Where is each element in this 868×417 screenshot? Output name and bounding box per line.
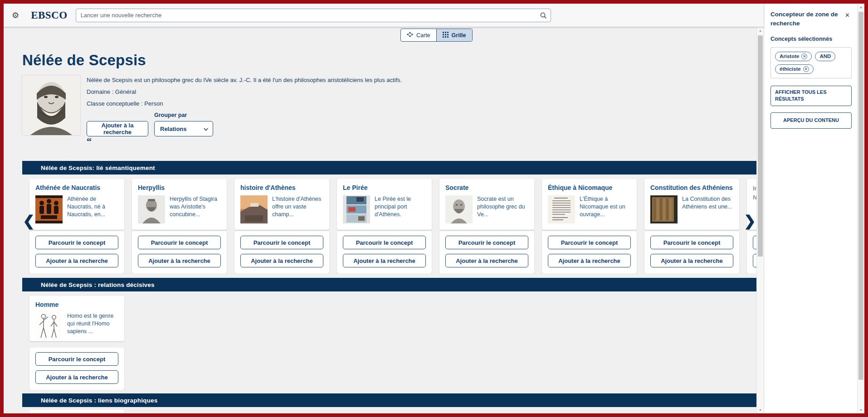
card-actions: Parcourir le conceptAjouter à la recherc… bbox=[29, 348, 124, 390]
panel-scrollbar-thumb[interactable] bbox=[858, 12, 863, 380]
browse-concept-button[interactable] bbox=[753, 236, 756, 249]
card-summary: Constitution des AthéniensLa Constitutio… bbox=[644, 179, 739, 230]
browse-concept-button[interactable]: Parcourir le concept bbox=[35, 352, 118, 366]
browse-concept-button[interactable]: Parcourir le concept bbox=[240, 236, 323, 249]
concept-description: Nélée de Scepsis est un philosophe grec … bbox=[87, 77, 402, 83]
chip-label: Aristote bbox=[780, 53, 799, 59]
concept-card: SocrateSocrate est un philosophe grec du… bbox=[439, 179, 534, 273]
scroll-up-icon[interactable]: ▲ bbox=[858, 5, 864, 9]
card-body: Le Pirée est le principal port d'Athènes… bbox=[343, 195, 426, 223]
quote-icon: “ bbox=[87, 138, 756, 146]
concept-card: Éthique à NicomaqueL'Éthique à Nicomaque… bbox=[542, 179, 637, 273]
add-to-search-button[interactable]: Ajouter à la recherche bbox=[548, 254, 631, 267]
add-to-search-button[interactable]: Ajouter à la recherche bbox=[35, 254, 118, 267]
group-by-label: Grouper par bbox=[154, 112, 402, 118]
concept-card: HommeHomo est le genre qui réunit l'Homo… bbox=[29, 296, 124, 390]
browse-concept-button[interactable]: Parcourir le concept bbox=[445, 236, 528, 249]
figures-thumbnail-image bbox=[35, 312, 63, 340]
card-title[interactable]: Homme bbox=[35, 301, 118, 308]
add-to-search-button[interactable]: Ajouter à la recherche bbox=[35, 370, 118, 384]
browse-concept-button[interactable]: Parcourir le concept bbox=[548, 236, 631, 249]
concept-card: Le PiréeLe Pirée est le principal port d… bbox=[337, 179, 432, 273]
gear-icon[interactable]: ⚙ bbox=[12, 11, 19, 19]
add-to-search-button[interactable]: Ajouter à la recherche bbox=[445, 254, 528, 267]
card-actions: Parcourir le conceptAjouter à la recherc… bbox=[542, 231, 637, 273]
carousel-right-icon[interactable]: ❯ bbox=[744, 213, 756, 228]
group-by-value: Relations bbox=[160, 126, 187, 132]
card-body: Homo est le genre qui réunit l'Homo sapi… bbox=[35, 312, 118, 340]
card-title[interactable]: Socrate bbox=[445, 184, 528, 191]
selected-concepts-heading: Concepts sélectionnés bbox=[770, 36, 852, 42]
toggle-grille-label: Grille bbox=[452, 32, 466, 39]
body-row: Carte Grille Nélée de Scepsis bbox=[4, 27, 764, 413]
add-to-search-button[interactable]: Ajouter à la recherche bbox=[138, 254, 221, 267]
view-toggle: Carte Grille bbox=[400, 29, 473, 42]
card-title[interactable]: histoire d'Athènes bbox=[240, 184, 323, 191]
concept-portrait-image bbox=[22, 75, 80, 135]
card-actions: Parcourir le conceptAjouter à la recherc… bbox=[644, 231, 739, 273]
toggle-carte-button[interactable]: Carte bbox=[401, 29, 436, 41]
card-summary: histoire d'AthènesL'histoire d'Athènes o… bbox=[234, 179, 329, 230]
top-header-bar: ⚙ EBSCO bbox=[4, 4, 764, 27]
main-scrollbar[interactable]: ▲ ▼ bbox=[756, 27, 764, 413]
card-actions: Parcourir le conceptAjouter à la recherc… bbox=[439, 231, 534, 273]
browse-concept-button[interactable]: Parcourir le concept bbox=[343, 236, 426, 249]
section-header: Nélée de Scepsis : liens biographiques bbox=[22, 393, 756, 407]
add-to-search-button[interactable]: Ajouter à la recherche bbox=[87, 121, 148, 136]
carousel-left-icon[interactable]: ❮ bbox=[23, 213, 35, 228]
page-title: Nélée de Scepsis bbox=[22, 52, 756, 69]
add-to-search-button[interactable] bbox=[753, 254, 756, 267]
main-content: Carte Grille Nélée de Scepsis bbox=[4, 27, 756, 413]
scroll-down-icon[interactable]: ▼ bbox=[858, 408, 864, 412]
card-summary: SocrateSocrate est un philosophe grec du… bbox=[439, 179, 534, 230]
concept-controls: Grouper par Ajouter à la recherche Relat… bbox=[87, 112, 402, 136]
browse-concept-button[interactable]: Parcourir le concept bbox=[650, 236, 733, 249]
card-title[interactable]: Éthique à Nicomaque bbox=[548, 184, 631, 191]
concept-class: Classe conceptuelle : Person bbox=[87, 100, 402, 107]
concept-chip[interactable]: AND bbox=[815, 52, 835, 61]
chevron-down-icon bbox=[204, 126, 208, 132]
concept-domain: Domaine : Général bbox=[87, 88, 402, 95]
main-scrollbar-thumb[interactable] bbox=[758, 35, 763, 257]
group-by-select[interactable]: Relations bbox=[154, 121, 213, 136]
scroll-down-icon[interactable]: ▼ bbox=[757, 408, 764, 412]
panel-scrollbar[interactable]: ▲ ▼ bbox=[857, 4, 864, 413]
card-body: Socrate est un philosophe grec du Ve... bbox=[445, 195, 528, 223]
selected-concepts-box: Aristote✕ANDéthiciste✕ bbox=[770, 47, 852, 78]
close-icon[interactable]: ✕ bbox=[845, 12, 850, 19]
browse-concept-button[interactable]: Parcourir le concept bbox=[35, 236, 118, 249]
add-to-search-button[interactable]: Ajouter à la recherche bbox=[240, 254, 323, 267]
card-description: Athénée de Naucratis, né à Naucratis, en… bbox=[67, 195, 118, 223]
search-icon[interactable] bbox=[540, 12, 547, 21]
card-description: L'Éthique à Nicomaque est un ouvrage... bbox=[580, 195, 631, 223]
card-title[interactable]: Athénée de Naucratis bbox=[35, 184, 118, 191]
chip-label: AND bbox=[819, 53, 831, 59]
card-title[interactable]: Constitution des Athéniens bbox=[650, 184, 733, 191]
card-title: Ir bbox=[753, 184, 756, 193]
concept-card: Constitution des AthéniensLa Constitutio… bbox=[644, 179, 739, 273]
remove-chip-icon[interactable]: ✕ bbox=[803, 66, 809, 72]
concept-chip[interactable]: éthiciste✕ bbox=[775, 64, 814, 74]
add-to-search-button[interactable]: Ajouter à la recherche bbox=[343, 254, 426, 267]
card-description: La Constitution des Athéniens est une... bbox=[682, 195, 733, 223]
card-title: N bbox=[753, 193, 756, 202]
concept-card: histoire d'AthènesL'histoire d'Athènes o… bbox=[234, 179, 329, 273]
card-title[interactable]: Le Pirée bbox=[343, 184, 426, 191]
partial-card bbox=[29, 410, 124, 413]
card-description: Homo est le genre qui réunit l'Homo sapi… bbox=[67, 312, 118, 340]
toggle-carte-label: Carte bbox=[416, 32, 430, 39]
show-all-results-button[interactable]: AFFICHER TOUS LES RÉSULTATS bbox=[770, 86, 852, 107]
scroll-up-icon[interactable]: ▲ bbox=[757, 29, 764, 32]
content-preview-button[interactable]: APERÇU DU CONTENU bbox=[770, 112, 852, 129]
browse-concept-button[interactable]: Parcourir le concept bbox=[138, 236, 221, 249]
toggle-grille-button[interactable]: Grille bbox=[436, 29, 472, 41]
remove-chip-icon[interactable]: ✕ bbox=[801, 53, 807, 59]
search-bar bbox=[76, 9, 551, 22]
concept-chip[interactable]: Aristote✕ bbox=[775, 52, 812, 61]
map-view-icon bbox=[407, 32, 413, 39]
add-to-search-button[interactable]: Ajouter à la recherche bbox=[650, 254, 733, 267]
acropolis-thumbnail-image bbox=[240, 195, 268, 223]
card-body: L'histoire d'Athènes offre un vaste cham… bbox=[240, 195, 323, 223]
search-input[interactable] bbox=[76, 9, 551, 22]
card-title[interactable]: Herpyllis bbox=[138, 184, 221, 191]
